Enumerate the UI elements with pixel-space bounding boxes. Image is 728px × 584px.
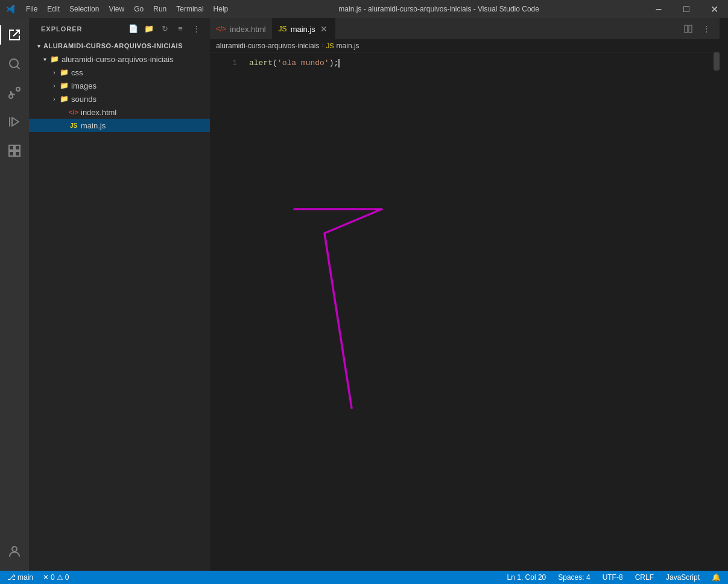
tab-index-html[interactable]: </> index.html: [210, 18, 273, 39]
svg-rect-4: [15, 145, 20, 150]
warning-number: 0: [65, 573, 69, 582]
sidebar-item-index-html[interactable]: </> index.html: [29, 105, 210, 119]
warning-icon: ⚠: [57, 573, 63, 582]
scrollbar-thumb[interactable]: [714, 52, 720, 71]
sounds-label: sounds: [71, 95, 97, 104]
menu-run[interactable]: Run: [148, 0, 171, 18]
new-file-button[interactable]: 📄: [127, 22, 140, 36]
svg-rect-6: [15, 151, 20, 156]
images-label: images: [71, 81, 97, 90]
breadcrumb-separator: ›: [321, 42, 323, 49]
activity-run[interactable]: [0, 107, 29, 136]
menu-view[interactable]: View: [104, 0, 129, 18]
sidebar-item-root-folder[interactable]: 📁 aluramidi-curso-arquivos-iniciais: [29, 52, 210, 66]
close-button[interactable]: ✕: [700, 0, 728, 18]
css-label: css: [71, 68, 83, 77]
more-tabs-button[interactable]: ⋮: [698, 20, 715, 37]
index-html-arrow: [59, 107, 69, 117]
activity-source-control[interactable]: [0, 78, 29, 107]
git-icon: ⎇: [7, 573, 16, 582]
workspace-arrow: [34, 41, 43, 51]
tab-main-js[interactable]: JS main.js ✕: [273, 18, 335, 39]
encoding[interactable]: UTF-8: [600, 571, 625, 584]
tab-close-button[interactable]: ✕: [319, 24, 329, 34]
git-branch[interactable]: ⎇ main: [5, 571, 36, 584]
sidebar-item-sounds[interactable]: 📁 sounds: [29, 92, 210, 105]
more-options-button[interactable]: ⋮: [189, 22, 203, 36]
language-label: JavaScript: [666, 573, 700, 582]
main-area: EXPLORER 📄 📁 ↻ ≡ ⋮ ALURAMIDI-CURSO-ARQUI…: [0, 18, 728, 571]
vertical-scrollbar[interactable]: [714, 52, 720, 571]
refresh-button[interactable]: ↻: [158, 22, 171, 36]
workspace-root[interactable]: ALURAMIDI-CURSO-ARQUIVOS-INICIAIS: [29, 39, 210, 52]
line-col: Ln 1, Col 20: [507, 573, 546, 582]
sounds-icon: 📁: [59, 94, 69, 104]
breadcrumb-folder: aluramidi-curso-arquivos-iniciais: [216, 42, 319, 50]
menu-terminal[interactable]: Terminal: [171, 0, 208, 18]
language-mode[interactable]: JavaScript: [663, 571, 702, 584]
error-count[interactable]: ✕ 0 ⚠ 0: [40, 571, 71, 584]
split-editor-button[interactable]: [680, 20, 697, 37]
file-tree: ALURAMIDI-CURSO-ARQUIVOS-INICIAIS 📁 alur…: [29, 39, 210, 571]
sidebar: EXPLORER 📄 📁 ↻ ≡ ⋮ ALURAMIDI-CURSO-ARQUI…: [29, 18, 210, 571]
cursor-position[interactable]: Ln 1, Col 20: [505, 571, 549, 584]
new-folder-button[interactable]: 📁: [142, 22, 156, 36]
activity-search[interactable]: [0, 49, 29, 78]
status-left: ⎇ main ✕ 0 ⚠ 0: [5, 571, 71, 584]
encoding-label: UTF-8: [603, 573, 623, 582]
breadcrumb-filename: main.js: [337, 42, 359, 50]
sidebar-item-css[interactable]: 📁 css: [29, 66, 210, 79]
titlebar: File Edit Selection View Go Run Terminal…: [0, 0, 728, 18]
js-file-icon: JS: [69, 121, 78, 130]
code-content[interactable]: alert('ola mundo');: [243, 57, 720, 69]
svg-rect-9: [689, 25, 692, 33]
status-bar: ⎇ main ✕ 0 ⚠ 0 Ln 1, Col 20 Spaces: 4 UT…: [0, 571, 728, 584]
svg-rect-8: [685, 25, 688, 33]
activity-explorer[interactable]: [0, 20, 29, 49]
activity-extensions[interactable]: [0, 136, 29, 165]
sounds-arrow: [49, 94, 59, 104]
menu-help[interactable]: Help: [209, 0, 233, 18]
menu-bar: File Edit Selection View Go Run Terminal…: [21, 0, 233, 18]
collapse-all-button[interactable]: ≡: [174, 22, 187, 36]
menu-selection[interactable]: Selection: [65, 0, 104, 18]
notifications-button[interactable]: 🔔: [709, 571, 723, 584]
tab-index-html-label: index.html: [230, 25, 265, 34]
vscode-logo: [0, 0, 21, 18]
sidebar-item-main-js[interactable]: JS main.js: [29, 119, 210, 132]
activity-account[interactable]: [0, 537, 29, 566]
annotation-drawing: [240, 173, 662, 444]
index-html-label: index.html: [81, 108, 116, 117]
titlebar-left: File Edit Selection View Go Run Terminal…: [0, 0, 233, 18]
tabs-actions: ⋮: [680, 18, 720, 39]
line-number-1: 1: [216, 57, 237, 69]
svg-point-7: [12, 547, 17, 551]
css-icon: 📁: [59, 68, 69, 77]
error-number: 0: [51, 573, 55, 582]
window-title: main.js - aluramidi-curso-arquivos-inici…: [233, 5, 645, 13]
sidebar-item-images[interactable]: 📁 images: [29, 79, 210, 92]
sidebar-actions: 📄 📁 ↻ ≡ ⋮: [127, 22, 203, 36]
breadcrumb-file: JS main.js: [326, 42, 359, 50]
tab-html-icon: </>: [216, 25, 226, 33]
code-area: 1 alert('ola mundo');: [210, 52, 720, 74]
menu-edit[interactable]: Edit: [42, 0, 65, 18]
editor-content[interactable]: 1 alert('ola mundo');: [210, 52, 720, 571]
maximize-button[interactable]: □: [673, 0, 700, 18]
sidebar-header: EXPLORER 📄 📁 ↻ ≡ ⋮: [29, 18, 210, 39]
tabs-bar: </> index.html JS main.js ✕ ⋮: [210, 18, 720, 39]
menu-go[interactable]: Go: [129, 0, 148, 18]
breadcrumb-js-icon: JS: [326, 42, 334, 49]
status-right: Ln 1, Col 20 Spaces: 4 UTF-8 CRLF JavaSc…: [505, 571, 723, 584]
menu-file[interactable]: File: [21, 0, 42, 18]
workspace-label: ALURAMIDI-CURSO-ARQUIVOS-INICIAIS: [43, 42, 183, 49]
minimize-button[interactable]: –: [645, 0, 673, 18]
eol-label: CRLF: [635, 573, 654, 582]
indentation[interactable]: Spaces: 4: [555, 571, 592, 584]
branch-name: main: [17, 573, 33, 582]
line-numbers: 1: [210, 57, 243, 69]
eol[interactable]: CRLF: [633, 571, 656, 584]
code-paren-open: (: [273, 57, 277, 69]
activity-bar: [0, 18, 29, 571]
bell-icon: 🔔: [712, 573, 721, 582]
